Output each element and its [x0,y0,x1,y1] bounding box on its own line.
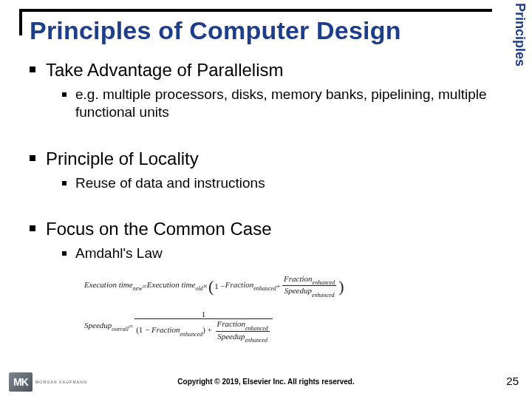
subbullet-locality-reuse: Reuse of data and instructions [62,174,488,192]
square-bullet-icon [62,181,66,185]
subbullet-amdahl: Amdahl's Law [62,245,488,262]
bullet-locality: Principle of Locality Reuse of data and … [30,148,488,192]
copyright-text: Copyright © 2019, Elsevier Inc. All righ… [0,378,532,386]
square-bullet-icon [62,92,66,97]
page-number: 25 [506,375,519,387]
bullet-text: Focus on the Common Case [46,218,271,240]
subbullet-parallelism-examples: e.g. multiple processors, disks, memory … [62,86,488,121]
subbullet-text: e.g. multiple processors, disks, memory … [75,86,488,121]
title-tick [19,9,22,35]
square-bullet-icon [30,225,35,231]
bullet-text: Take Advantage of Parallelism [46,59,284,81]
subbullet-text: Amdahl's Law [75,245,163,262]
square-bullet-icon [30,155,35,161]
subbullet-text: Reuse of data and instructions [75,174,265,192]
slide-title: Principles of Computer Design [30,16,401,45]
formula-execution-time: Execution timenew = Execution timeold × … [84,274,488,298]
slide-body: Take Advantage of Parallelism e.g. multi… [30,55,488,346]
bullet-common-case: Focus on the Common Case Amdahl's Law Ex… [30,218,488,343]
square-bullet-icon [62,251,66,256]
slide: Principles Principles of Computer Design… [0,0,532,399]
slide-footer: MK MORGAN KAUFMANN Copyright © 2019, Els… [0,368,532,393]
side-section-label: Principles [512,3,528,66]
formula-speedup-overall: Speedupoverall = 1 (1 − Fractionenhanced… [84,310,488,343]
title-rule [19,9,492,12]
bullet-text: Principle of Locality [46,148,199,170]
bullet-parallelism: Take Advantage of Parallelism e.g. multi… [30,59,488,121]
square-bullet-icon [30,66,35,72]
